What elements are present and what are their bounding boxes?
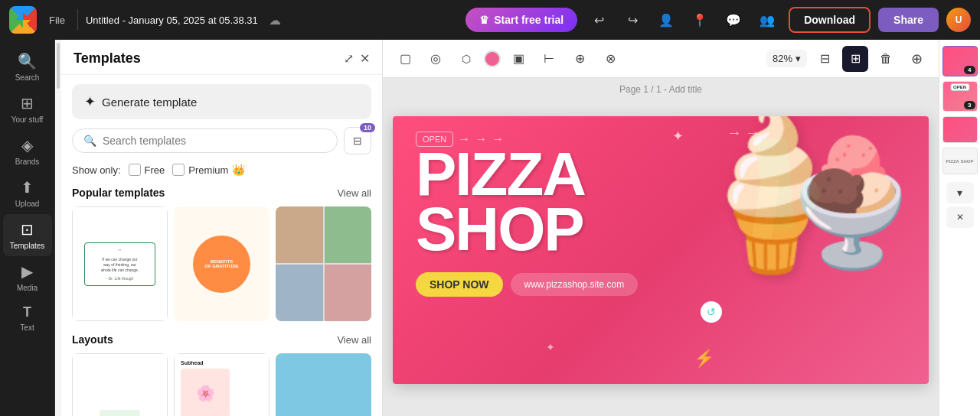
delete-icon: 🗑 (880, 52, 892, 66)
panel-header: Templates ⤢ ✕ (61, 40, 382, 75)
chevron-down-button[interactable]: ▾ (946, 182, 974, 203)
ice-cream-cone-2: 🍨 (776, 132, 929, 275)
copy-style-button[interactable]: ⊕ (567, 46, 593, 72)
translate-button[interactable]: ⊗ (597, 46, 623, 72)
frame-tool-button[interactable]: ▢ (392, 46, 418, 72)
effects-tool-button[interactable]: ◎ (423, 46, 449, 72)
frame-icon: ▢ (400, 51, 411, 66)
panel-scrollbar[interactable] (55, 40, 61, 416)
star-decoration-2: ✦ (546, 341, 555, 353)
sidebar-item-media[interactable]: ▶ Media (3, 256, 52, 298)
search-templates-input[interactable] (103, 135, 326, 147)
sidebar-item-text[interactable]: T Text (3, 298, 52, 338)
premium-label: Premium (188, 164, 228, 176)
start-trial-button[interactable]: ♛ Start free trial (466, 8, 577, 32)
undo-button[interactable]: ↩ (585, 6, 612, 34)
close-right-panel-button[interactable]: ✕ (946, 206, 974, 228)
brands-icon: ◈ (21, 136, 33, 154)
template-card-1[interactable]: " If we can change ourway of thinking, o… (72, 206, 168, 321)
right-panel-thumb-4[interactable]: PIZZA SHOP (942, 148, 978, 174)
link-tool-button[interactable]: ⬡ (453, 46, 479, 72)
layers-button[interactable]: ⊟ (812, 46, 838, 72)
topbar: File Untitled - January 05, 2025 at 05.3… (0, 0, 980, 40)
panel-body: ✦ Generate template 🔍 ⊟ 10 Sho (61, 75, 382, 416)
right-panel-thumb-2[interactable]: OPEN 3 (942, 81, 978, 112)
refresh-badge: ↺ (701, 301, 722, 323)
add-element-button[interactable]: ⊕ (903, 46, 929, 72)
sidebar-item-media-label: Media (17, 284, 38, 292)
user-settings-button[interactable]: 👤 (652, 6, 680, 34)
redo-button[interactable]: ↪ (619, 6, 646, 34)
shop-text: SHOP (416, 202, 638, 257)
filter-button[interactable]: ⊟ 10 (344, 127, 371, 154)
free-checkbox-wrap[interactable]: Free (129, 164, 165, 176)
sidebar-item-templates-label: Templates (10, 242, 45, 250)
sidebar-item-upload[interactable]: ⬆ Upload (3, 172, 52, 214)
upload-icon: ⬆ (21, 178, 34, 197)
canvas-design[interactable]: OPEN → → → PIZZA SHOP SHOP NOW www.pizza… (393, 116, 929, 384)
avatar[interactable]: U (946, 8, 971, 32)
align-tool-button[interactable]: ⊢ (536, 46, 562, 72)
template-grid: " If we can change ourway of thinking, o… (72, 206, 371, 321)
layouts-section-header: Layouts View all (72, 333, 371, 346)
sidebar-item-search[interactable]: 🔍 Search (3, 46, 52, 88)
crop-tool-button[interactable]: ▣ (505, 46, 531, 72)
template-card-2[interactable]: BENEFITSOF GRATITUDE (174, 206, 270, 321)
search-icon: 🔍 (83, 135, 96, 147)
popular-view-all[interactable]: View all (337, 187, 371, 199)
canvas-wrapper[interactable]: Page 1 / 1 - Add title OPEN → → → PIZZA … (383, 78, 939, 416)
expand-icon[interactable]: ⤢ (344, 51, 354, 66)
color-swatch[interactable] (484, 50, 501, 67)
share-users-button[interactable]: 👥 (753, 6, 781, 34)
layout-card-1[interactable]: 🌿 Learn More: (72, 353, 168, 416)
right-panel-thumb-1[interactable]: 4 (942, 46, 978, 76)
adjust-button[interactable]: ⊞ (842, 46, 868, 72)
layout-card-2[interactable]: Subhead 🌸 (174, 353, 270, 416)
thumb-badge-3: 3 (964, 101, 975, 109)
layers-icon: ⊟ (820, 51, 830, 66)
sidebar-item-upload-label: Upload (15, 200, 40, 208)
crown-icon: ♛ (479, 14, 489, 26)
download-button[interactable]: Download (789, 7, 871, 33)
sidebar-item-templates[interactable]: ⊡ Templates (3, 214, 52, 256)
filter-icon: ⊟ (353, 135, 362, 147)
toolbar: ▢ ◎ ⬡ ▣ ⊢ ⊕ ⊗ 82% ▾ (383, 40, 939, 78)
effects-icon: ◎ (430, 51, 441, 66)
generate-template-button[interactable]: ✦ Generate template (72, 84, 371, 119)
search-input-wrap: 🔍 (72, 128, 338, 153)
layouts-view-all[interactable]: View all (337, 334, 371, 346)
location-button[interactable]: 📍 (686, 6, 714, 34)
add-icon: ⊕ (911, 50, 923, 67)
right-panel-thumb-3[interactable] (942, 116, 978, 143)
free-checkbox[interactable] (129, 164, 141, 176)
generate-icon: ✦ (84, 93, 96, 110)
search-row: 🔍 ⊟ 10 (72, 127, 371, 154)
right-panel-controls: ▾ ✕ (946, 182, 974, 228)
panel-title: Templates (74, 50, 141, 67)
app-logo[interactable] (9, 6, 37, 34)
zoom-control[interactable]: 82% ▾ (766, 50, 807, 67)
file-menu[interactable]: File (44, 11, 70, 29)
sidebar-item-brands-label: Brands (15, 158, 40, 166)
canvas-page: OPEN → → → PIZZA SHOP SHOP NOW www.pizza… (393, 116, 929, 384)
document-title: Untitled - January 05, 2025 at 05.38.31 (86, 15, 258, 26)
topbar-divider (77, 9, 78, 31)
scrollbar-thumb (57, 43, 60, 89)
your-stuff-icon: ⊞ (21, 94, 34, 112)
template-card-3[interactable] (276, 206, 371, 321)
templates-icon: ⊡ (21, 220, 34, 239)
pizza-text: PIZZA (416, 147, 638, 202)
layout-card-3[interactable] (276, 353, 371, 416)
sidebar-item-text-label: Text (20, 323, 34, 332)
premium-checkbox-wrap[interactable]: Premium 👑 (172, 164, 245, 176)
premium-checkbox[interactable] (172, 164, 185, 176)
comments-button[interactable]: 💬 (720, 6, 747, 34)
share-button[interactable]: Share (878, 8, 939, 32)
free-label: Free (145, 164, 165, 176)
sidebar-item-your-stuff[interactable]: ⊞ Your stuff (3, 88, 52, 130)
delete-button[interactable]: 🗑 (873, 46, 899, 72)
design-text-block: PIZZA SHOP SHOP NOW www.pizzashop.site.c… (416, 147, 638, 297)
close-panel-icon[interactable]: ✕ (360, 51, 370, 66)
main-area: 🔍 Search ⊞ Your stuff ◈ Brands ⬆ Upload … (0, 40, 980, 416)
sidebar-item-brands[interactable]: ◈ Brands (3, 130, 52, 172)
